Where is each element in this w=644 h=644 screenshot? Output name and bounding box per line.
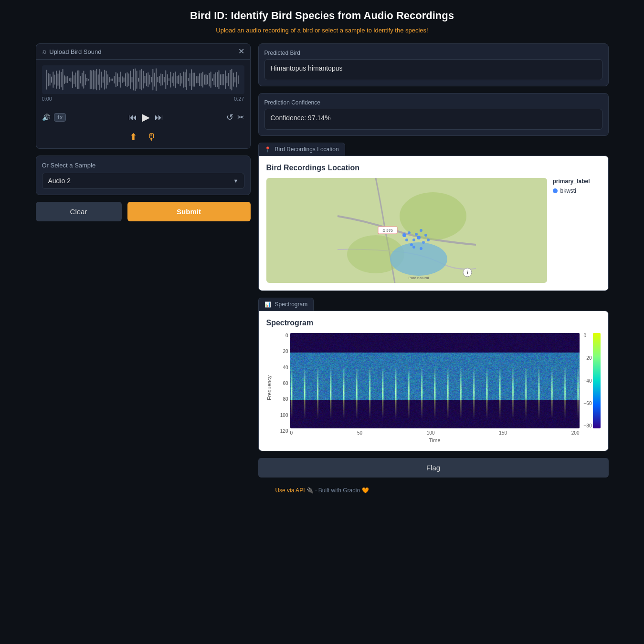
y-tick-20: 20 bbox=[275, 349, 288, 354]
svg-rect-93 bbox=[196, 76, 197, 83]
svg-rect-40 bbox=[110, 78, 111, 81]
svg-rect-62 bbox=[146, 73, 147, 86]
map-section: 📍 Bird Recordings Location Bird Recordin… bbox=[258, 143, 609, 291]
svg-rect-27 bbox=[89, 70, 90, 90]
svg-rect-38 bbox=[107, 74, 108, 85]
svg-rect-115 bbox=[231, 69, 232, 91]
left-panel: ♫ Upload Bird Sound ✕ 0:00 0:27 🔊 1x bbox=[36, 43, 251, 478]
svg-rect-103 bbox=[212, 78, 213, 81]
svg-rect-119 bbox=[237, 75, 238, 84]
svg-rect-72 bbox=[162, 74, 163, 85]
svg-rect-51 bbox=[128, 73, 129, 86]
sample-label: Or Select a Sample bbox=[42, 162, 244, 169]
forward-button[interactable]: ⏭ bbox=[155, 113, 163, 123]
colorbar-gradient bbox=[593, 333, 601, 428]
clear-button[interactable]: Clear bbox=[36, 202, 122, 221]
svg-rect-60 bbox=[143, 71, 144, 89]
button-row: Clear Submit bbox=[36, 202, 251, 221]
svg-rect-74 bbox=[165, 70, 166, 89]
svg-rect-4 bbox=[53, 72, 53, 88]
built-label: Built with Gradio bbox=[318, 487, 360, 494]
map-svg: D 570 bbox=[266, 178, 547, 283]
cb-60: −60 bbox=[584, 401, 592, 406]
page-subtitle: Upload an audio recording of a bird or s… bbox=[10, 27, 634, 34]
svg-rect-84 bbox=[181, 76, 182, 84]
play-button[interactable]: ▶ bbox=[142, 111, 150, 124]
svg-rect-0 bbox=[46, 70, 47, 89]
svg-rect-6 bbox=[56, 71, 57, 89]
x-tick-200: 200 bbox=[571, 430, 580, 436]
svg-rect-104 bbox=[213, 74, 214, 85]
cb-40: −40 bbox=[584, 378, 592, 384]
reset-button[interactable]: ↺ bbox=[226, 112, 233, 123]
upload-file-button[interactable]: ⬆ bbox=[129, 131, 137, 143]
svg-rect-79 bbox=[173, 73, 174, 86]
svg-rect-43 bbox=[115, 72, 116, 87]
svg-rect-12 bbox=[65, 76, 66, 83]
cb-20: −20 bbox=[584, 355, 592, 361]
svg-rect-70 bbox=[158, 76, 159, 83]
svg-rect-39 bbox=[109, 77, 110, 82]
svg-rect-36 bbox=[104, 70, 105, 89]
svg-rect-61 bbox=[144, 76, 145, 83]
svg-rect-58 bbox=[139, 70, 140, 89]
sample-select[interactable]: Audio 1 Audio 2 Audio 3 bbox=[42, 173, 244, 189]
svg-rect-98 bbox=[204, 74, 205, 84]
spec-chart-area: Frequency 0 20 40 60 80 100 120 bbox=[266, 333, 601, 443]
map-tab-icon: 📍 bbox=[264, 146, 271, 153]
svg-rect-11 bbox=[63, 75, 64, 84]
svg-rect-78 bbox=[171, 76, 172, 83]
record-mic-button[interactable]: 🎙 bbox=[147, 132, 157, 143]
svg-rect-108 bbox=[220, 74, 221, 85]
map-visual: D 570 bbox=[266, 178, 547, 283]
svg-rect-110 bbox=[223, 74, 224, 85]
speed-badge[interactable]: 1x bbox=[54, 113, 66, 122]
svg-rect-118 bbox=[236, 72, 237, 87]
map-card: Bird Recordings Location bbox=[258, 156, 609, 291]
spec-canvas bbox=[290, 333, 580, 428]
svg-rect-41 bbox=[112, 78, 113, 81]
svg-rect-31 bbox=[96, 69, 97, 90]
upload-section: ♫ Upload Bird Sound ✕ 0:00 0:27 🔊 1x bbox=[36, 43, 251, 149]
svg-rect-14 bbox=[69, 78, 70, 81]
spec-tab-label: Spectrogram bbox=[275, 301, 308, 308]
rewind-button[interactable]: ⏮ bbox=[128, 113, 137, 123]
time-row: 0:00 0:27 bbox=[42, 96, 244, 102]
api-link[interactable]: Use via API bbox=[275, 487, 305, 494]
volume-icon: 🔊 bbox=[42, 114, 50, 121]
legend-item-bkwsti: bkwsti bbox=[553, 187, 601, 194]
svg-rect-89 bbox=[189, 73, 190, 86]
svg-rect-22 bbox=[82, 73, 83, 86]
svg-rect-56 bbox=[136, 71, 137, 89]
svg-rect-16 bbox=[72, 72, 73, 88]
flag-button[interactable]: Flag bbox=[258, 458, 609, 478]
svg-rect-24 bbox=[84, 74, 85, 85]
svg-rect-1 bbox=[48, 73, 49, 86]
map-legend: primary_label bkwsti bbox=[553, 178, 601, 194]
svg-rect-85 bbox=[183, 72, 184, 87]
svg-rect-34 bbox=[101, 72, 102, 87]
svg-rect-76 bbox=[169, 78, 169, 81]
map-tab-header[interactable]: 📍 Bird Recordings Location bbox=[258, 143, 345, 156]
svg-point-130 bbox=[422, 241, 425, 244]
close-upload-button[interactable]: ✕ bbox=[238, 48, 244, 55]
y-tick-0: 0 bbox=[275, 333, 288, 338]
spec-title: Spectrogram bbox=[266, 319, 601, 327]
svg-rect-32 bbox=[97, 74, 98, 85]
submit-button[interactable]: Submit bbox=[127, 202, 251, 221]
svg-rect-65 bbox=[150, 77, 151, 83]
svg-rect-57 bbox=[138, 78, 139, 82]
svg-rect-83 bbox=[179, 73, 180, 86]
time-start: 0:00 bbox=[42, 96, 52, 102]
spec-tab-header[interactable]: 📊 Spectrogram bbox=[258, 298, 314, 311]
svg-point-132 bbox=[405, 239, 408, 241]
cb-0: 0 bbox=[584, 333, 592, 338]
svg-rect-66 bbox=[152, 69, 153, 90]
waveform-svg bbox=[46, 67, 241, 92]
music-icon: ♫ bbox=[42, 48, 47, 55]
scissors-button[interactable]: ✂ bbox=[237, 112, 244, 123]
svg-rect-25 bbox=[86, 78, 87, 82]
svg-rect-49 bbox=[125, 73, 126, 86]
legend-title: primary_label bbox=[553, 178, 601, 185]
svg-rect-53 bbox=[131, 77, 132, 83]
